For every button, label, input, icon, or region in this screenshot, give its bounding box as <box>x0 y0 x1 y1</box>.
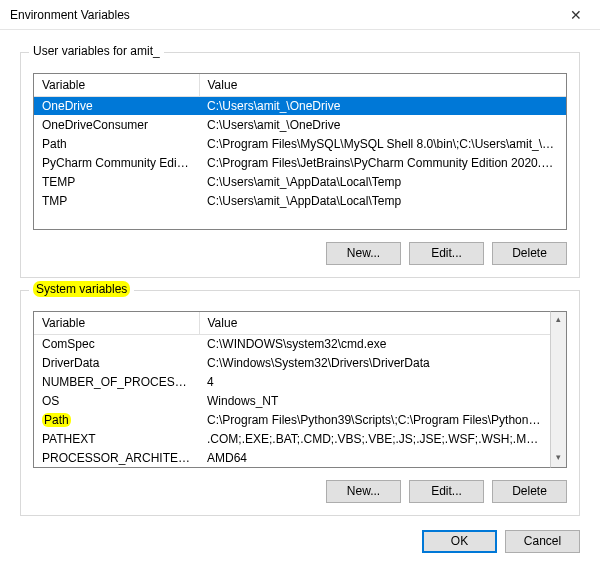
table-row[interactable]: DriverData C:\Windows\System32\Drivers\D… <box>34 353 550 372</box>
table-row[interactable]: Path C:\Program Files\Python39\Scripts\;… <box>34 410 550 429</box>
cell-variable: OS <box>34 391 199 410</box>
ok-button[interactable]: OK <box>422 530 497 553</box>
cell-variable: TMP <box>34 191 199 210</box>
cell-value: .COM;.EXE;.BAT;.CMD;.VBS;.VBE;.JS;.JSE;.… <box>199 429 550 448</box>
system-variables-label: System variables <box>29 282 134 296</box>
table-header-row: Variable Value <box>34 312 550 334</box>
system-variables-table[interactable]: Variable Value ComSpec C:\WINDOWS\system… <box>33 311 567 468</box>
scroll-down-icon[interactable]: ▾ <box>551 450 566 467</box>
cell-variable: PyCharm Community Edition <box>34 153 199 172</box>
cell-value: C:\Program Files\MySQL\MySQL Shell 8.0\b… <box>199 134 566 153</box>
cell-value: C:\Users\amit_\AppData\Local\Temp <box>199 172 566 191</box>
cell-variable: ComSpec <box>34 334 199 353</box>
table-row[interactable]: TMP C:\Users\amit_\AppData\Local\Temp <box>34 191 566 210</box>
window-title: Environment Variables <box>10 8 130 22</box>
cell-variable: NUMBER_OF_PROCESSORS <box>34 372 199 391</box>
table-row[interactable]: PROCESSOR_ARCHITECTURE AMD64 <box>34 448 550 467</box>
cell-value: C:\Users\amit_\OneDrive <box>199 96 566 115</box>
user-variables-table[interactable]: Variable Value OneDrive C:\Users\amit_\O… <box>33 73 567 230</box>
system-variables-group: System variables Variable Value ComSpec <box>20 290 580 516</box>
table-row[interactable]: ComSpec C:\WINDOWS\system32\cmd.exe <box>34 334 550 353</box>
title-bar: Environment Variables ✕ <box>0 0 600 30</box>
cell-variable: PROCESSOR_ARCHITECTURE <box>34 448 199 467</box>
col-value[interactable]: Value <box>199 312 550 334</box>
delete-button[interactable]: Delete <box>492 480 567 503</box>
system-buttons: New... Edit... Delete <box>33 480 567 503</box>
user-buttons: New... Edit... Delete <box>33 242 567 265</box>
delete-button[interactable]: Delete <box>492 242 567 265</box>
scrollbar[interactable]: ▴ ▾ <box>550 311 567 468</box>
cancel-button[interactable]: Cancel <box>505 530 580 553</box>
cell-value: C:\Program Files\Python39\Scripts\;C:\Pr… <box>199 410 550 429</box>
dialog-footer: OK Cancel <box>0 516 600 553</box>
cell-value: C:\WINDOWS\system32\cmd.exe <box>199 334 550 353</box>
new-button[interactable]: New... <box>326 242 401 265</box>
cell-value: C:\Program Files\JetBrains\PyCharm Commu… <box>199 153 566 172</box>
table-row[interactable]: PATHEXT .COM;.EXE;.BAT;.CMD;.VBS;.VBE;.J… <box>34 429 550 448</box>
cell-variable: OneDriveConsumer <box>34 115 199 134</box>
cell-variable: Path <box>34 410 199 429</box>
table-row <box>34 210 566 229</box>
cell-value: C:\Users\amit_\AppData\Local\Temp <box>199 191 566 210</box>
table-row[interactable]: OS Windows_NT <box>34 391 550 410</box>
cell-value: Windows_NT <box>199 391 550 410</box>
cell-variable: Path <box>34 134 199 153</box>
col-value[interactable]: Value <box>199 74 566 96</box>
col-variable[interactable]: Variable <box>34 312 199 334</box>
cell-value: AMD64 <box>199 448 550 467</box>
cell-value: 4 <box>199 372 550 391</box>
table-row[interactable]: TEMP C:\Users\amit_\AppData\Local\Temp <box>34 172 566 191</box>
table-row[interactable]: Path C:\Program Files\MySQL\MySQL Shell … <box>34 134 566 153</box>
edit-button[interactable]: Edit... <box>409 480 484 503</box>
dialog-body: User variables for amit_ Variable Value … <box>0 30 600 516</box>
cell-variable: TEMP <box>34 172 199 191</box>
cell-value: C:\Users\amit_\OneDrive <box>199 115 566 134</box>
table-row[interactable]: OneDrive C:\Users\amit_\OneDrive <box>34 96 566 115</box>
new-button[interactable]: New... <box>326 480 401 503</box>
cell-variable: OneDrive <box>34 96 199 115</box>
user-variables-group: User variables for amit_ Variable Value … <box>20 52 580 278</box>
close-button[interactable]: ✕ <box>556 0 596 30</box>
edit-button[interactable]: Edit... <box>409 242 484 265</box>
cell-value: C:\Windows\System32\Drivers\DriverData <box>199 353 550 372</box>
cell-variable: PATHEXT <box>34 429 199 448</box>
table-row[interactable]: OneDriveConsumer C:\Users\amit_\OneDrive <box>34 115 566 134</box>
table-row[interactable]: NUMBER_OF_PROCESSORS 4 <box>34 372 550 391</box>
cell-variable: DriverData <box>34 353 199 372</box>
col-variable[interactable]: Variable <box>34 74 199 96</box>
user-variables-label: User variables for amit_ <box>29 44 164 58</box>
scroll-up-icon[interactable]: ▴ <box>551 312 566 329</box>
table-header-row: Variable Value <box>34 74 566 96</box>
table-row[interactable]: PyCharm Community Edition C:\Program Fil… <box>34 153 566 172</box>
